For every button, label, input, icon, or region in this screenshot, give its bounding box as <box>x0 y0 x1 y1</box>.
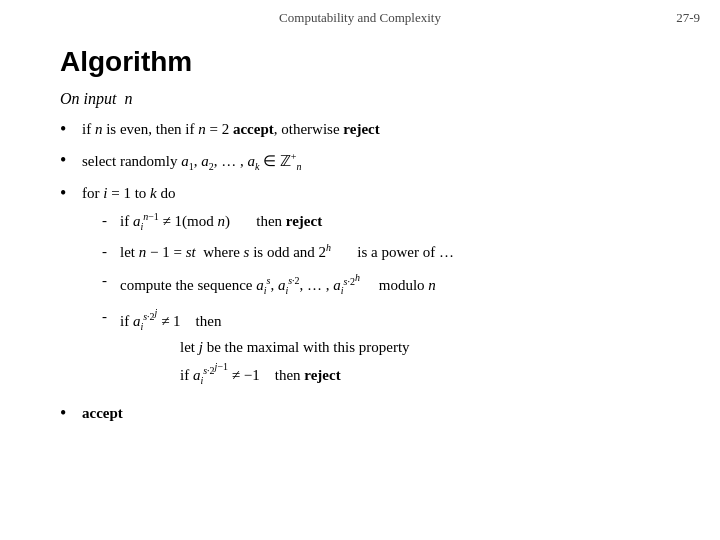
bullet-content: if n is even, then if n = 2 accept, othe… <box>82 118 680 141</box>
page-number: 27-9 <box>676 10 700 26</box>
list-item: • for i = 1 to k do - if ain−1 ≠ 1(mod n… <box>60 182 680 393</box>
on-input-var: n <box>124 90 132 107</box>
list-item: • accept <box>60 402 680 425</box>
page-title: Algorithm <box>60 46 680 78</box>
main-content: Algorithm On input n • if n is even, the… <box>0 36 720 443</box>
dash: - <box>102 240 120 263</box>
dash: - <box>102 269 120 292</box>
algorithm-steps: • if n is even, then if n = 2 accept, ot… <box>60 118 680 425</box>
dash: - <box>102 305 120 328</box>
bullet-content: for i = 1 to k do - if ain−1 ≠ 1(mod n) … <box>82 182 680 393</box>
list-item: • select randomly a1, a2, … , ak ∈ ℤ+n <box>60 149 680 174</box>
list-item: - if ais·2j ≠ 1 then let j be the maxima… <box>82 305 680 388</box>
sub-list: - if ain−1 ≠ 1(mod n) then reject - let … <box>82 209 680 388</box>
list-item: - compute the sequence ais, ais·2, … , a… <box>82 269 680 298</box>
dash: - <box>102 209 120 232</box>
bullet-dot: • <box>60 149 82 172</box>
list-item: - let n − 1 = st where s is odd and 2h i… <box>82 240 680 264</box>
bullet-dot: • <box>60 118 82 141</box>
page-header: Computability and Complexity 27-9 <box>0 0 720 36</box>
bullet-content: select randomly a1, a2, … , ak ∈ ℤ+n <box>82 149 680 174</box>
bullet-dot: • <box>60 182 82 205</box>
sub-content: if ais·2j ≠ 1 then let j be the maximal … <box>120 305 680 388</box>
list-item: • if n is even, then if n = 2 accept, ot… <box>60 118 680 141</box>
sub-content: let n − 1 = st where s is odd and 2h is … <box>120 240 680 264</box>
bullet-content: accept <box>82 402 680 425</box>
sub-content: if ain−1 ≠ 1(mod n) then reject <box>120 209 680 234</box>
list-item: - if ain−1 ≠ 1(mod n) then reject <box>82 209 680 234</box>
bullet-dot: • <box>60 402 82 425</box>
on-input-line: On input n <box>60 90 680 108</box>
on-input-label: On input <box>60 90 116 107</box>
sub-content: compute the sequence ais, ais·2, … , ais… <box>120 269 680 298</box>
header-title: Computability and Complexity <box>279 10 441 26</box>
indent-block: let j be the maximal with this property … <box>120 336 680 388</box>
